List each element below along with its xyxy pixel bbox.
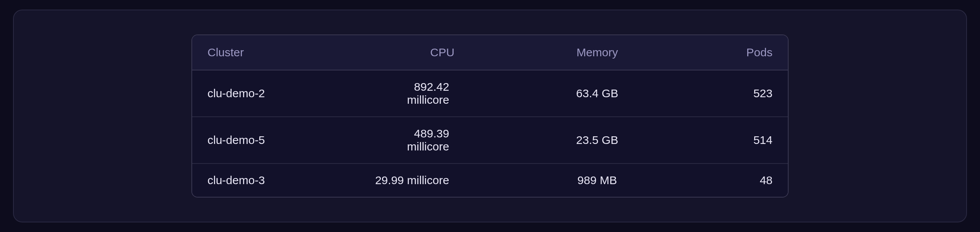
column-header-cpu[interactable]: CPU <box>359 35 526 70</box>
column-header-memory[interactable]: Memory <box>526 35 668 70</box>
cell-cpu: 489.39 millicore <box>359 117 526 163</box>
cell-cluster: clu-demo-3 <box>192 163 359 197</box>
table-row[interactable]: clu-demo-2 892.42 millicore 63.4 GB 523 <box>192 70 788 117</box>
column-header-cluster[interactable]: Cluster <box>192 35 359 70</box>
clusters-table-container: Cluster CPU Memory Pods clu-demo-2 892.4… <box>191 34 789 198</box>
cell-pods: 48 <box>669 163 788 197</box>
column-header-pods[interactable]: Pods <box>669 35 788 70</box>
cell-cpu: 29.99 millicore <box>359 163 526 197</box>
table-header-row: Cluster CPU Memory Pods <box>192 35 788 70</box>
table-row[interactable]: clu-demo-3 29.99 millicore 989 MB 48 <box>192 163 788 197</box>
cell-memory: 63.4 GB <box>526 70 668 117</box>
clusters-table: Cluster CPU Memory Pods clu-demo-2 892.4… <box>192 35 788 197</box>
cell-memory: 23.5 GB <box>526 117 668 163</box>
cell-cluster: clu-demo-5 <box>192 117 359 163</box>
cell-cluster: clu-demo-2 <box>192 70 359 117</box>
cell-pods: 523 <box>669 70 788 117</box>
outer-panel: Cluster CPU Memory Pods clu-demo-2 892.4… <box>13 10 967 222</box>
table-row[interactable]: clu-demo-5 489.39 millicore 23.5 GB 514 <box>192 117 788 163</box>
cell-pods: 514 <box>669 117 788 163</box>
cell-memory: 989 MB <box>526 163 668 197</box>
cell-cpu: 892.42 millicore <box>359 70 526 117</box>
